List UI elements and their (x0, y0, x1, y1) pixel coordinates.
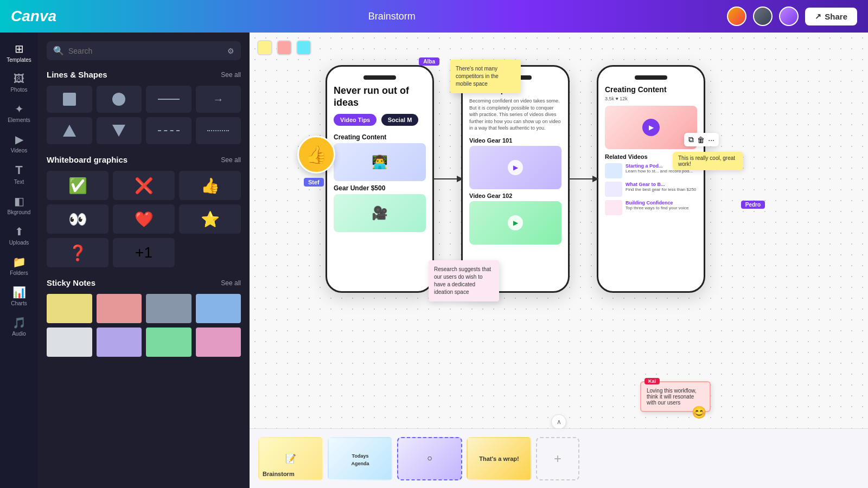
more-icon[interactable]: ··· (708, 136, 714, 144)
sticky-pink[interactable] (97, 294, 142, 323)
wb-plus1[interactable]: +1 (113, 238, 175, 267)
phone-mockup-3: Creating Content 3.5k ♥ 12k ▶ Related Vi… (597, 65, 705, 293)
phone1-card2-img: 🎥 (334, 194, 426, 232)
play-btn-1[interactable]: ▶ (508, 160, 523, 175)
sidebar-item-photos[interactable]: 🖼 Photos (3, 68, 35, 97)
avatar-3[interactable] (779, 7, 799, 26)
related-thumb-3 (605, 200, 622, 215)
sticky-green[interactable] (146, 328, 192, 357)
lines-shapes-see-all[interactable]: See all (221, 71, 241, 79)
search-input[interactable] (68, 47, 223, 55)
shape-inv-triangle[interactable] (97, 117, 142, 144)
sidebar-item-background[interactable]: ◧ Bkground (3, 190, 35, 220)
phone-mockup-2: Video Tips Becoming confident on video t… (461, 65, 570, 293)
wb-check[interactable]: ✅ (47, 171, 108, 200)
wb-star[interactable]: ⭐ (179, 204, 241, 234)
filmstrip-slide-1[interactable]: 📝 Brainstorm (258, 437, 323, 480)
avatar-1[interactable] (727, 7, 746, 26)
sticky-notes-see-all[interactable]: See all (221, 279, 241, 287)
phone2-video1-card: ▶ (469, 146, 561, 189)
sidebar-item-folders[interactable]: 📁 Folders (3, 251, 35, 280)
play-btn-3[interactable]: ▶ (642, 119, 660, 136)
sidebar-item-charts[interactable]: 📊 Charts (3, 281, 35, 311)
color-pink[interactable] (277, 40, 292, 55)
whiteboard-see-all[interactable]: See all (221, 156, 241, 164)
comment-bubble-cool[interactable]: This is really cool, great work! (673, 152, 743, 170)
color-cyan[interactable] (296, 40, 311, 55)
sidebar-item-templates[interactable]: ⊞ Templates (3, 38, 35, 67)
phone1-headline: Never run out of ideas (334, 85, 426, 108)
whiteboard-grid: ✅ ❌ 👍 👀 ❤️ ⭐ ❓ +1 (47, 171, 241, 267)
wb-thumbsup[interactable]: 👍 (179, 171, 241, 200)
filmstrip-slide-3[interactable]: ⎔ (397, 437, 462, 480)
background-icon: ◧ (14, 195, 24, 208)
sticky-note-alba[interactable]: There's not many competitors in the mobi… (450, 60, 521, 93)
sticky-notes-header: Sticky Notes See all (47, 278, 241, 287)
person-icon-2: 🎥 (372, 206, 388, 221)
delete-icon[interactable]: 🗑 (697, 136, 705, 144)
phone3-stats: 3.5k ♥ 12k (605, 96, 697, 101)
shape-circle[interactable] (97, 86, 142, 113)
add-slide-button[interactable]: + (536, 437, 579, 480)
phone1-buttons: Video Tips Social M (334, 114, 426, 130)
folders-icon: 📁 (12, 255, 26, 268)
uploads-icon: ⬆ (15, 225, 24, 238)
phone-notch-1 (363, 75, 396, 80)
arrow-1 (433, 174, 465, 184)
topbar-right: ↗ Share (727, 7, 857, 26)
shape-arrow[interactable]: → (196, 86, 241, 113)
filmstrip-slide-2[interactable]: Todays Agenda (328, 437, 393, 480)
sticky-yellow[interactable] (47, 294, 92, 323)
phone2-video2-card: ▶ (469, 201, 561, 245)
sticky-blue[interactable] (196, 294, 241, 323)
audio-icon: 🎵 (12, 316, 26, 329)
pill-videotips[interactable]: Video Tips (334, 114, 376, 126)
wb-heart[interactable]: ❤️ (113, 204, 175, 234)
lines-shapes-header: Lines & Shapes See all (47, 70, 241, 79)
copy-icon[interactable]: ⧉ (688, 135, 694, 144)
scroll-up-button[interactable]: ∧ (551, 414, 566, 429)
sidebar-item-videos[interactable]: ▶ Videos (3, 129, 35, 158)
share-button[interactable]: ↗ Share (805, 8, 857, 25)
related-info-2: What Gear to B... Find the best gear for… (626, 182, 696, 192)
filter-icon[interactable]: ⚙ (227, 47, 234, 55)
play-btn-2[interactable]: ▶ (508, 215, 523, 230)
wb-question[interactable]: ❓ (47, 238, 108, 267)
avatar-2[interactable] (753, 7, 773, 26)
sticky-purple[interactable] (97, 328, 142, 357)
wb-eyes[interactable]: 👀 (47, 204, 108, 234)
sticker-thumbsup[interactable]: 👍 (297, 136, 335, 174)
sidebar-item-audio[interactable]: 🎵 Audio (3, 312, 35, 341)
sidebar-item-text[interactable]: T Text (3, 159, 35, 189)
sticky-lightpink[interactable] (196, 328, 241, 357)
phone2-video2-title: Video Gear 102 (469, 192, 561, 199)
shape-triangle[interactable] (47, 117, 92, 144)
shape-square[interactable] (47, 86, 92, 113)
sticky-white[interactable] (47, 328, 92, 357)
sidebar-item-elements[interactable]: ✦ Elements (3, 98, 35, 127)
shape-dotted[interactable] (196, 117, 241, 144)
related-info-3: Building Confidence Top three ways to fi… (626, 200, 689, 210)
shape-line[interactable] (146, 86, 192, 113)
phone1-card1-img: 👨‍💻 (334, 143, 426, 181)
filmstrip-slide-4[interactable]: That's a wrap! (467, 437, 532, 480)
templates-icon: ⊞ (15, 42, 24, 55)
sticky-note-pink[interactable]: Research suggests that our users do wish… (429, 260, 499, 301)
document-title[interactable]: Brainstorm (368, 11, 416, 22)
color-yellow[interactable] (257, 40, 272, 55)
main-layout: ⊞ Templates 🖼 Photos ✦ Elements ▶ Videos… (0, 33, 868, 488)
phone1-card1-label: Creating Content (334, 133, 426, 141)
pill-social[interactable]: Social M (381, 114, 419, 126)
sticky-gray[interactable] (146, 294, 192, 323)
sticky-note-loving[interactable]: Kai Loving this workflow, think it will … (640, 381, 711, 412)
elements-panel: 🔍 ⚙ Lines & Shapes See all → Whiteboard … (38, 33, 250, 488)
sticker-stef-label: Stef (304, 178, 324, 187)
sidebar-item-uploads[interactable]: ⬆ Uploads (3, 221, 35, 250)
canvas-area[interactable]: Never run out of ideas Video Tips Social… (250, 33, 868, 488)
wb-cross[interactable]: ❌ (113, 171, 175, 200)
cursor-kai: Kai (644, 378, 660, 384)
search-icon: 🔍 (53, 46, 64, 56)
shape-dashed[interactable] (146, 117, 192, 144)
sticky-notes-title: Sticky Notes (47, 278, 95, 287)
photos-icon: 🖼 (14, 73, 24, 85)
